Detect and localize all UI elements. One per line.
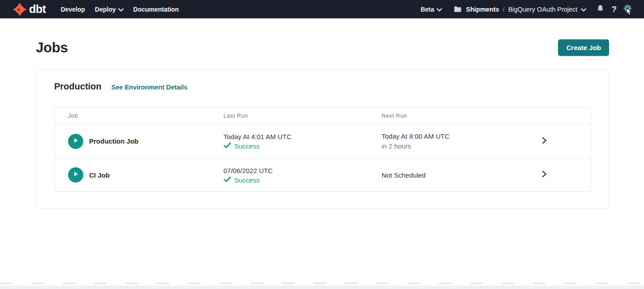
play-icon — [73, 171, 79, 179]
nav-item-develop[interactable]: Develop — [60, 6, 90, 13]
table-header-row: Job Last Run Next Run — [55, 107, 590, 124]
next-run-note: in 2 hours — [382, 142, 511, 150]
chevron-right-icon — [541, 170, 547, 179]
create-job-button[interactable]: Create Job — [558, 39, 609, 56]
play-icon — [73, 137, 79, 145]
primary-nav: Develop Deploy Documentation — [60, 6, 184, 13]
bottom-dashed-divider — [0, 282, 644, 285]
chevron-down-icon — [118, 6, 124, 13]
status-badge: Success — [223, 176, 382, 184]
settings-button[interactable] — [623, 4, 632, 15]
breadcrumb-project[interactable]: BigQuery OAuth Project — [508, 6, 578, 13]
row-chevron[interactable] — [511, 137, 577, 146]
brand-text: dbt — [29, 3, 46, 16]
page-title: Jobs — [36, 40, 68, 56]
nav-item-documentation[interactable]: Documentation — [129, 6, 184, 13]
main-content: Jobs Create Job Production See Environme… — [0, 39, 644, 208]
row-chevron[interactable] — [511, 170, 577, 179]
environment-card: Production See Environment Details Job L… — [36, 69, 609, 208]
run-job-button[interactable] — [68, 167, 83, 183]
last-run-time: Today At 4:01 AM UTC — [223, 132, 382, 141]
breadcrumb-separator: / — [503, 6, 505, 13]
check-icon — [223, 142, 231, 150]
last-run-time: 07/06/2022 UTC — [223, 166, 382, 175]
folder-icon — [454, 6, 462, 13]
bottom-strip — [0, 286, 644, 289]
status-label: Success — [234, 142, 260, 150]
chevron-down-icon — [437, 6, 442, 13]
table-row[interactable]: Production Job Today At 4:01 AM UTC Succ… — [55, 124, 590, 158]
run-job-button[interactable] — [68, 134, 83, 149]
top-nav: dbt Develop Deploy Documentation Beta — [0, 0, 644, 18]
environment-details-link[interactable]: See Environment Details — [112, 84, 188, 91]
question-mark-icon: ? — [611, 5, 617, 13]
dbt-logo[interactable]: dbt — [13, 2, 46, 17]
next-run-time: Not Scheduled — [382, 171, 511, 179]
next-run-time: Today At 8:00 AM UTC — [382, 132, 511, 140]
job-name[interactable]: Production Job — [89, 137, 138, 145]
status-badge: Success — [223, 142, 382, 150]
chevron-down-icon[interactable] — [581, 6, 586, 13]
bell-icon — [596, 4, 605, 15]
nav-item-deploy[interactable]: Deploy — [90, 6, 129, 13]
environment-title: Production — [54, 81, 102, 92]
gear-icon — [623, 4, 632, 15]
dbt-logo-icon — [13, 2, 27, 17]
column-header-last-run: Last Run — [223, 113, 382, 119]
beta-selector[interactable]: Beta — [421, 6, 442, 13]
job-name[interactable]: CI Job — [89, 171, 110, 179]
chevron-right-icon — [541, 137, 547, 146]
breadcrumb-account[interactable]: Shipments — [466, 6, 499, 13]
jobs-table: Job Last Run Next Run Production Job Tod… — [54, 107, 591, 192]
breadcrumb: Shipments / BigQuery OAuth Project — [454, 6, 586, 13]
table-row[interactable]: CI Job 07/06/2022 UTC Success Not Schedu… — [55, 158, 590, 191]
check-icon — [223, 176, 231, 184]
help-button[interactable]: ? — [611, 5, 617, 13]
status-label: Success — [234, 176, 260, 184]
column-header-next-run: Next Run — [382, 113, 511, 119]
column-header-job: Job — [68, 113, 223, 119]
notifications-button[interactable] — [596, 4, 605, 15]
